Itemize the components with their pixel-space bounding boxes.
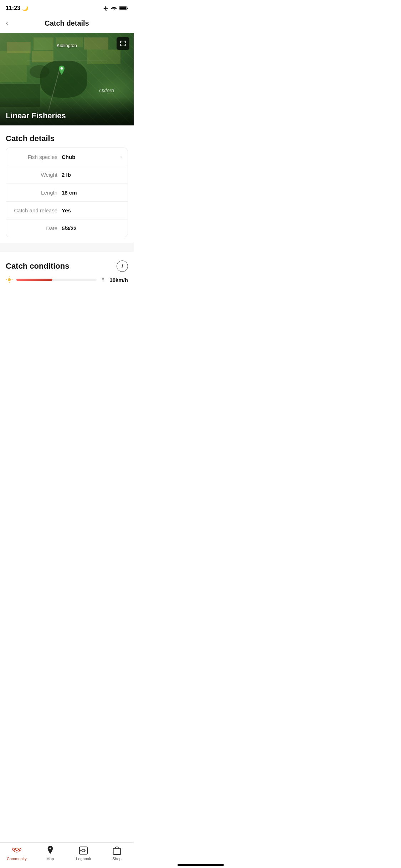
section-gap — [0, 243, 134, 252]
date-label: Date — [12, 225, 62, 231]
svg-point-3 — [60, 67, 63, 70]
fish-species-value: Chub — [62, 154, 120, 160]
length-row: Length 18 cm — [6, 184, 128, 202]
weight-label: Weight — [12, 172, 62, 178]
catch-details-title: Catch details — [6, 125, 128, 148]
conditions-title: Catch conditions — [6, 262, 69, 271]
sun-icon — [6, 276, 13, 283]
page-title: Catch details — [45, 19, 89, 27]
oxford-label: Oxford — [99, 88, 114, 93]
svg-rect-2 — [119, 7, 126, 10]
wind-speed: 10km/h — [109, 277, 128, 283]
date-value: 5/3/22 — [62, 225, 122, 231]
catch-release-value: Yes — [62, 207, 122, 213]
main-content: Catch details Fish species Chub › Weight… — [0, 125, 134, 237]
status-time: 11:23 — [6, 5, 20, 11]
info-icon: i — [122, 263, 123, 269]
length-value: 18 cm — [62, 190, 122, 196]
weight-row: Weight 2 lb — [6, 166, 128, 184]
fish-species-label: Fish species — [12, 154, 62, 160]
map-location-label: Kidlington — [57, 43, 77, 48]
expand-icon — [119, 40, 127, 47]
length-label: Length — [12, 190, 62, 196]
weight-value: 2 lb — [62, 172, 122, 178]
status-bar: 11:23 🌙 — [0, 0, 134, 14]
wind-bar-fill — [16, 279, 52, 281]
wind-arrow-icon — [100, 277, 106, 283]
wind-bar — [16, 279, 97, 281]
fishery-name: Linear Fisheries — [6, 111, 66, 120]
moon-icon: 🌙 — [22, 5, 28, 11]
svg-rect-1 — [127, 7, 128, 9]
date-row: Date 5/3/22 — [6, 219, 128, 237]
map-pin — [57, 66, 66, 78]
battery-icon — [119, 6, 128, 11]
catch-release-row: Catch and release Yes — [6, 202, 128, 219]
info-button[interactable]: i — [117, 260, 128, 272]
svg-point-4 — [8, 278, 11, 281]
catch-release-label: Catch and release — [12, 207, 62, 213]
wifi-icon — [111, 6, 117, 11]
conditions-header: Catch conditions i — [0, 252, 134, 276]
map-container: Kidlington Oxford Linear Fisheries — [0, 33, 134, 125]
status-icons — [103, 5, 128, 11]
page-header: ‹ Catch details — [0, 14, 134, 33]
fish-species-chevron: › — [120, 154, 122, 160]
conditions-strip: 10km/h — [0, 276, 134, 305]
weather-temp — [6, 276, 13, 283]
catch-details-card: Fish species Chub › Weight 2 lb Length 1… — [6, 148, 128, 237]
fish-species-row[interactable]: Fish species Chub › — [6, 148, 128, 166]
back-button[interactable]: ‹ — [6, 17, 11, 29]
map-expand-button[interactable] — [117, 37, 129, 50]
airplane-icon — [103, 5, 109, 11]
